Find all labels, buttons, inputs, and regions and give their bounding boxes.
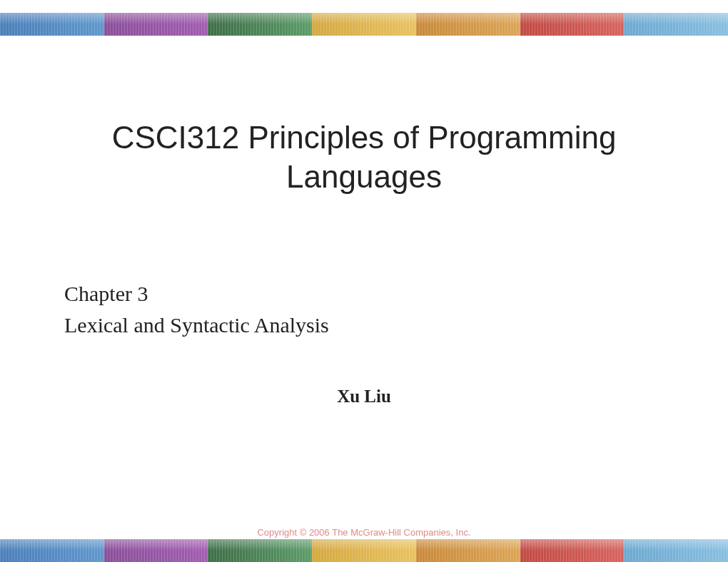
bar-segment bbox=[520, 539, 625, 562]
bar-segment bbox=[0, 13, 104, 36]
bar-segment bbox=[624, 539, 728, 562]
bar-segment bbox=[520, 13, 625, 36]
bar-segment bbox=[208, 13, 312, 36]
top-decorative-bar bbox=[0, 13, 728, 36]
chapter-subtitle: Lexical and Syntactic Analysis bbox=[64, 310, 664, 341]
bar-segment bbox=[104, 13, 208, 36]
slide-title: CSCI312 Principles of Programming Langua… bbox=[64, 118, 664, 196]
copyright-notice: Copyright © 2006 The McGraw-Hill Compani… bbox=[0, 527, 728, 538]
chapter-block: Chapter 3 Lexical and Syntactic Analysis bbox=[64, 278, 664, 340]
bar-segment bbox=[416, 539, 520, 562]
bar-segment bbox=[312, 539, 416, 562]
bar-segment bbox=[0, 539, 104, 562]
bar-segment bbox=[208, 539, 312, 562]
bar-segment bbox=[416, 13, 520, 36]
chapter-number: Chapter 3 bbox=[64, 278, 664, 310]
bottom-decorative-bar bbox=[0, 539, 728, 562]
bar-segment bbox=[312, 13, 416, 36]
slide: CSCI312 Principles of Programming Langua… bbox=[0, 0, 728, 562]
bar-segment bbox=[104, 539, 208, 562]
author-name: Xu Liu bbox=[64, 387, 664, 407]
bar-segment bbox=[624, 13, 728, 36]
slide-content: CSCI312 Principles of Programming Langua… bbox=[0, 36, 728, 562]
